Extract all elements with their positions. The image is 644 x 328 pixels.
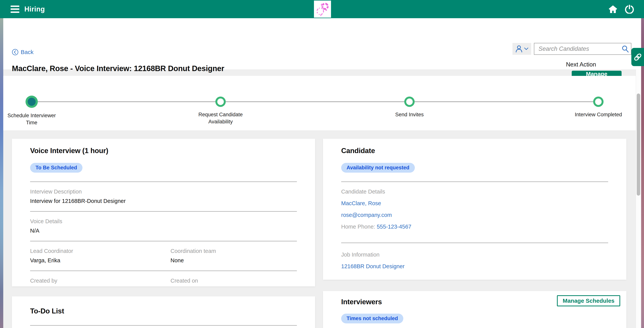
app-title: Hiring <box>24 5 45 13</box>
field-label: Coordination team <box>170 248 297 254</box>
quick-links-tab[interactable] <box>631 48 644 66</box>
back-label: Back <box>21 49 34 55</box>
field-created-on: Created on 8/22/2019 <box>170 271 297 287</box>
menu-button[interactable] <box>10 5 19 13</box>
field-lead-coordinator: Lead Coordinator Varga, Erika <box>30 241 170 264</box>
search-input[interactable] <box>534 43 631 55</box>
power-icon <box>625 5 634 13</box>
candidate-email-link[interactable]: rose@company.com <box>341 212 392 218</box>
card-title: Voice Interview (1 hour) <box>30 147 297 155</box>
step-interview-completed[interactable]: Interview Completed <box>566 76 631 118</box>
status-badge: Availability not requested <box>341 163 415 173</box>
field-value: Interview for 12168BR-Donut Designer <box>30 198 297 204</box>
field-value: Varga, Erika <box>30 257 170 264</box>
divider <box>30 211 297 212</box>
page-header-band: Back MacClare, Rose - Voice Interview: 1… <box>3 18 641 69</box>
field-coordination-team: Coordination team None <box>170 241 297 264</box>
search-icon <box>621 45 629 53</box>
home-icon <box>608 5 618 13</box>
scrollbar-thumb[interactable] <box>637 93 640 196</box>
field-created-by: Created by Varga, Erika <box>30 271 170 287</box>
status-badge: To Be Scheduled <box>30 163 82 173</box>
step-label: Request CandidateAvailability <box>188 111 253 125</box>
screen-background: Hiring <box>0 0 644 328</box>
field-label: Voice Details <box>30 218 297 225</box>
home-button[interactable] <box>608 4 618 14</box>
step-schedule-interviewer-time[interactable]: Schedule InterviewerTime <box>3 76 64 126</box>
step-send-invites[interactable]: Send Invites <box>377 76 442 118</box>
stepper-connector-line <box>32 101 598 102</box>
step-circle-pending <box>215 97 226 107</box>
person-icon <box>515 45 522 53</box>
candidate-details-label: Candidate Details <box>341 189 608 195</box>
candidate-card: Candidate Availability not requested Can… <box>323 139 626 280</box>
field-value: None <box>170 257 297 264</box>
app-window: Back MacClare, Rose - Voice Interview: 1… <box>3 18 641 328</box>
back-link[interactable]: Back <box>12 49 34 55</box>
field-label: Created by <box>30 278 170 284</box>
candidate-phone-row: Home Phone: 555-123-4567 <box>341 224 608 230</box>
step-label: Send Invites <box>377 111 442 118</box>
card-title: Candidate <box>341 147 608 155</box>
field-interview-description: Interview Description Interview for 1216… <box>30 189 297 204</box>
back-circle-chevron-icon <box>12 49 18 55</box>
manage-schedules-outline-button[interactable]: Manage Schedules <box>557 295 620 306</box>
candidate-phone-link[interactable]: 555-123-4567 <box>377 224 411 230</box>
step-request-candidate-availability[interactable]: Request CandidateAvailability <box>188 76 253 125</box>
field-row-coordinators: Lead Coordinator Varga, Erika Coordinati… <box>30 241 297 264</box>
hamburger-icon <box>10 5 19 7</box>
chevron-down-icon <box>524 47 528 50</box>
job-information-label: Job Information <box>341 252 608 258</box>
divider <box>30 325 297 326</box>
search-scope-dropdown[interactable] <box>512 43 531 55</box>
search-group <box>512 43 631 55</box>
field-value: N/A <box>30 228 297 234</box>
field-voice-details: Voice Details N/A <box>30 218 297 234</box>
step-label: Interview Completed <box>566 111 631 118</box>
topbar-actions <box>608 0 634 18</box>
link-icon <box>633 53 642 61</box>
app-logo <box>314 0 331 18</box>
status-badge: Times not scheduled <box>341 314 403 324</box>
step-label: Schedule InterviewerTime <box>3 112 64 126</box>
field-row-created: Created by Varga, Erika Created on 8/22/… <box>30 271 297 287</box>
top-bar: Hiring <box>0 0 644 18</box>
divider <box>341 243 608 243</box>
step-circle-pending <box>593 97 604 107</box>
progress-stepper: Schedule InterviewerTime Request Candida… <box>3 76 641 130</box>
step-circle-pending <box>404 97 415 107</box>
card-title: To-Do List <box>30 307 297 315</box>
search-box <box>534 43 631 55</box>
step-circle-completed <box>26 96 38 108</box>
search-button[interactable] <box>620 44 630 54</box>
field-label: Interview Description <box>30 189 297 195</box>
divider <box>341 181 608 182</box>
donut-logo-icon <box>314 0 331 18</box>
interview-card: Voice Interview (1 hour) To Be Scheduled… <box>12 139 315 287</box>
field-label: Created on <box>170 278 297 284</box>
power-button[interactable] <box>624 4 634 14</box>
candidate-name-link[interactable]: MacClare, Rose <box>341 200 381 207</box>
next-action-label: Next Action <box>566 61 596 68</box>
interviewers-card: Interviewers Manage Schedules Times not … <box>323 291 626 328</box>
todo-card: To-Do List <box>12 296 315 328</box>
page-title: MacClare, Rose - Voice Interview: 12168B… <box>12 64 224 73</box>
field-label: Lead Coordinator <box>30 248 170 254</box>
home-phone-label: Home Phone: <box>341 224 375 230</box>
job-requisition-link[interactable]: 12168BR Donut Designer <box>341 263 404 270</box>
divider <box>30 181 297 182</box>
